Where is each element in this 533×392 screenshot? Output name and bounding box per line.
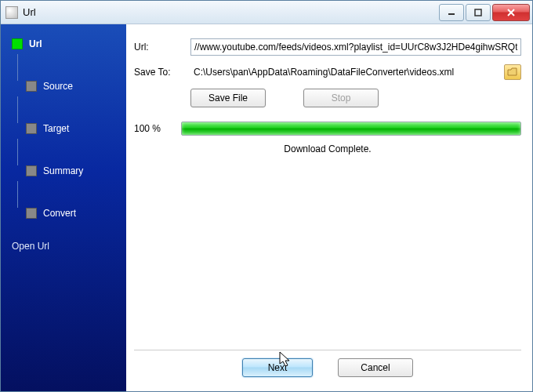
window: Url Url Source xyxy=(0,0,533,392)
status-text: Download Complete. xyxy=(134,143,521,154)
save-file-button[interactable]: Save File xyxy=(190,89,266,107)
step-box-icon xyxy=(26,165,37,176)
main-panel: Url: Save To: Save File Stop 100 % Downl… xyxy=(126,24,532,391)
sidebar-item-target[interactable]: Target xyxy=(26,123,115,134)
url-input[interactable] xyxy=(190,38,521,56)
saveto-label: Save To: xyxy=(134,67,190,78)
footer-buttons: Next Cancel xyxy=(134,350,521,383)
app-icon xyxy=(5,6,18,19)
minimize-button[interactable] xyxy=(439,4,464,21)
close-icon xyxy=(506,9,516,16)
step-box-icon xyxy=(26,123,37,134)
sidebar-item-label: Target xyxy=(43,123,69,134)
sidebar-item-label: Summary xyxy=(43,165,83,176)
cancel-button[interactable]: Cancel xyxy=(338,358,413,377)
minimize-icon xyxy=(448,9,455,16)
titlebar[interactable]: Url xyxy=(1,1,532,24)
sidebar-item-label: Url xyxy=(29,38,42,49)
sidebar-item-label: Convert xyxy=(43,208,76,219)
maximize-button[interactable] xyxy=(466,4,491,21)
close-button[interactable] xyxy=(492,4,530,21)
step-box-icon xyxy=(12,38,23,49)
svg-rect-1 xyxy=(475,9,481,16)
sidebar-footer-text: Open Url xyxy=(12,241,115,252)
sidebar-item-source[interactable]: Source xyxy=(26,81,115,92)
url-label: Url: xyxy=(134,42,190,53)
step-box-icon xyxy=(26,208,37,219)
sidebar-item-summary[interactable]: Summary xyxy=(26,165,115,176)
progress-percent: 100 % xyxy=(134,123,181,134)
next-button[interactable]: Next xyxy=(242,358,313,377)
step-box-icon xyxy=(26,81,37,92)
folder-icon xyxy=(507,67,518,77)
sidebar-item-url[interactable]: Url xyxy=(12,38,115,49)
sidebar-item-convert[interactable]: Convert xyxy=(26,208,115,219)
progress-bar xyxy=(181,122,521,136)
window-title: Url xyxy=(23,6,437,18)
saveto-path xyxy=(190,64,501,81)
sidebar: Url Source Target Summary Convert O xyxy=(1,24,126,391)
browse-button[interactable] xyxy=(504,64,521,80)
sidebar-item-label: Source xyxy=(43,81,73,92)
stop-button[interactable]: Stop xyxy=(303,89,379,107)
maximize-icon xyxy=(474,9,482,16)
